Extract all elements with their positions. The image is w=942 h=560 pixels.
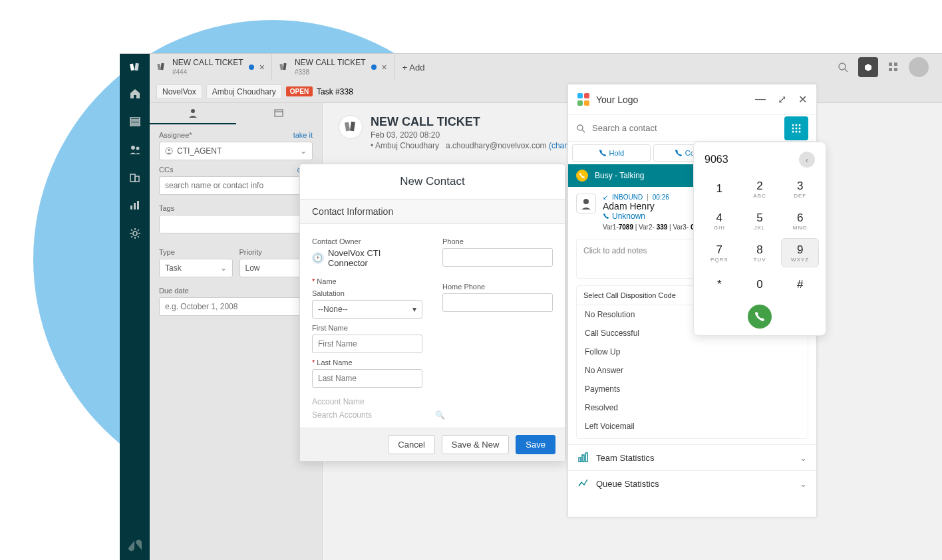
key-1[interactable]: 1 (701, 174, 738, 204)
svg-rect-28 (345, 122, 350, 132)
svg-point-36 (796, 127, 798, 129)
grid-icon[interactable] (883, 57, 903, 77)
backspace-button[interactable]: ‹ (799, 152, 815, 168)
zendesk-icon (127, 537, 143, 553)
svg-point-40 (799, 130, 801, 132)
svg-line-31 (582, 130, 585, 132)
tab-1[interactable]: NEW CALL TICKET#444 × (150, 54, 272, 80)
svg-rect-5 (283, 63, 286, 70)
apps-icon[interactable] (858, 57, 878, 77)
queue-stats-icon (577, 478, 589, 490)
svg-rect-11 (894, 68, 897, 71)
ticket-icon (279, 62, 289, 72)
svg-rect-43 (582, 455, 584, 462)
dispo-item[interactable]: Payments (577, 380, 808, 398)
team-stats-accordion[interactable]: Team Statistics ⌄ (568, 444, 816, 470)
key-9[interactable]: 9WXYZ (781, 238, 819, 267)
svg-point-41 (583, 199, 589, 204)
close-icon[interactable]: × (259, 62, 265, 72)
svg-point-6 (839, 63, 846, 70)
key-8[interactable]: 8TUV (741, 238, 779, 267)
customers-icon[interactable] (127, 142, 143, 158)
last-name-input[interactable] (312, 369, 422, 388)
chevron-down-icon: ⌄ (300, 146, 307, 156)
key-star[interactable]: * (701, 270, 738, 299)
svg-rect-4 (279, 64, 283, 70)
key-hash[interactable]: # (781, 270, 819, 299)
owner-icon: 🕑 (312, 252, 324, 264)
queue-stats-accordion[interactable]: Queue Statistics ⌄ (568, 470, 816, 496)
phone-input[interactable] (442, 248, 553, 267)
crumb-person[interactable]: Ambuj Choudhary (206, 84, 282, 99)
svg-point-23 (191, 109, 195, 113)
svg-point-37 (799, 127, 801, 129)
add-tab-button[interactable]: + Add (394, 63, 433, 72)
key-4[interactable]: 4GHI (701, 206, 738, 235)
settings-icon[interactable] (127, 225, 143, 241)
search-icon[interactable] (833, 57, 853, 77)
call-button[interactable] (748, 305, 772, 329)
minimize-icon[interactable]: — (755, 93, 766, 106)
dispo-item[interactable]: No Answer (577, 361, 808, 380)
org-icon[interactable] (127, 170, 143, 186)
tab-1-sub: #444 (172, 69, 187, 76)
due-input[interactable] (159, 297, 313, 316)
modal-title: New Contact (300, 164, 565, 199)
crumb-org[interactable]: NovelVox (156, 84, 202, 99)
svg-rect-3 (160, 63, 164, 70)
popout-icon[interactable]: ⤢ (778, 93, 786, 106)
user-avatar[interactable] (909, 57, 929, 77)
key-6[interactable]: 6MNO (781, 206, 819, 235)
cti-search-input[interactable] (592, 123, 778, 133)
cancel-button[interactable]: Cancel (388, 435, 434, 454)
contact-phone: Unknown (612, 211, 645, 221)
home-phone-input[interactable] (442, 293, 553, 312)
reports-icon[interactable] (127, 198, 143, 213)
dispo-item[interactable]: Follow Up (577, 343, 808, 361)
left-panel: Assignee*take it CTI_AGENT ⌄ CCscc m Tag… (150, 103, 323, 560)
dispo-item[interactable]: Resolved (577, 398, 808, 417)
keypad-button[interactable] (784, 116, 808, 140)
svg-rect-44 (585, 453, 587, 462)
assignee-select[interactable]: CTI_AGENT ⌄ (159, 142, 313, 160)
svg-rect-0 (130, 63, 134, 70)
svg-point-15 (131, 146, 135, 150)
svg-rect-13 (130, 121, 140, 123)
svg-rect-8 (889, 63, 892, 66)
priority-label: Priority (239, 248, 262, 256)
type-select[interactable]: Task⌄ (159, 259, 233, 277)
key-5[interactable]: 5JKL (741, 206, 779, 235)
close-icon[interactable]: ✕ (798, 93, 807, 106)
lptab-user[interactable] (150, 103, 236, 124)
tab-2[interactable]: NEW CALL TICKET#338 × (272, 54, 394, 80)
key-0[interactable]: 0 (741, 270, 779, 299)
svg-point-32 (792, 124, 794, 126)
hold-button[interactable]: Hold (572, 144, 651, 162)
ticket-person: Ambuj Choudhary (375, 141, 439, 150)
dispo-item[interactable]: Left Voicemail (577, 417, 808, 436)
views-icon[interactable] (127, 114, 143, 130)
chevron-down-icon: ▾ (412, 305, 416, 314)
tags-input[interactable] (159, 215, 313, 233)
svg-point-33 (796, 124, 798, 126)
close-icon[interactable]: × (382, 62, 387, 72)
save-and-new-button[interactable]: Save & New (442, 435, 510, 454)
tags-label: Tags (159, 204, 174, 212)
save-button[interactable]: Save (516, 435, 555, 454)
take-it-link[interactable]: take it (293, 131, 313, 139)
due-label: Due date (159, 287, 189, 295)
key-2[interactable]: 2ABC (741, 174, 779, 204)
search-icon (576, 124, 585, 133)
home-icon[interactable] (127, 86, 143, 102)
lptab-org[interactable] (236, 103, 323, 124)
dispo-item[interactable]: Not Interested (577, 436, 808, 438)
key-7[interactable]: 7PQRS (701, 238, 738, 267)
svg-rect-12 (130, 118, 140, 120)
owner-value: 🕑NovelVox CTI Connector (312, 248, 422, 268)
salutation-label: Salutation (312, 289, 422, 297)
salutation-select[interactable]: --None--▾ (312, 300, 422, 319)
first-name-input[interactable] (312, 335, 422, 353)
key-3[interactable]: 3DEF (781, 174, 819, 204)
top-right-actions (833, 57, 942, 77)
ccs-input[interactable] (159, 176, 313, 195)
